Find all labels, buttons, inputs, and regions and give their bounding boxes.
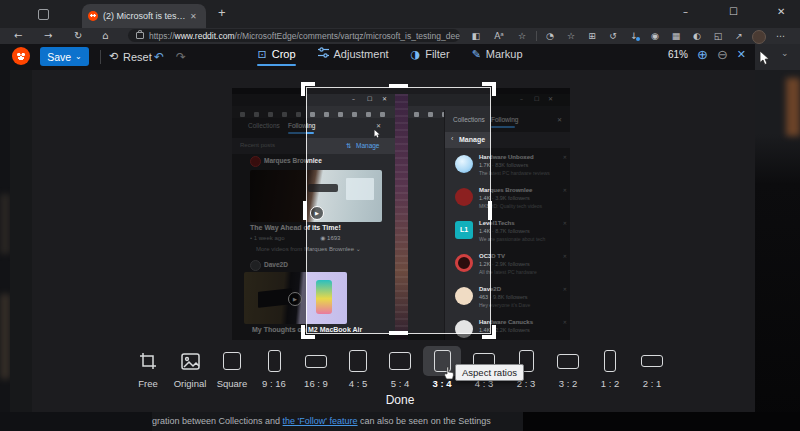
aspect-ratio-1-2[interactable]: 1 : 2 — [589, 346, 631, 389]
editor-tab-filter[interactable]: ◑Filter — [411, 47, 450, 66]
editor-tab-crop[interactable]: ⊡Crop — [257, 47, 295, 66]
markup-label: Markup — [486, 48, 523, 60]
hand-cursor — [443, 366, 455, 380]
home-icon[interactable]: ⌂ — [102, 28, 108, 44]
lock-icon — [136, 32, 144, 39]
ratio-label: Square — [217, 378, 248, 389]
crop-box[interactable] — [306, 87, 491, 334]
aspect-ratio-5-4[interactable]: 5 : 4 — [379, 346, 421, 389]
share-icon[interactable]: ↗ — [731, 28, 747, 44]
reddit-favicon — [88, 11, 98, 21]
canvas-left-shade — [10, 70, 32, 412]
browser-essentials-icon[interactable]: ◔ — [542, 28, 558, 44]
url-text: https://www.reddit.com/r/MicrosoftEdge/c… — [149, 31, 460, 41]
crop-icon: ⊡ — [257, 48, 266, 61]
editor-close-icon[interactable]: ✕ — [737, 48, 746, 61]
ratio-icon — [171, 346, 209, 376]
ratio-icon — [213, 346, 251, 376]
settings-menu-icon[interactable]: ⋯ — [776, 28, 785, 44]
page-bottom-strip: gration between Collections and the 'Fol… — [0, 412, 800, 431]
aspect-ratio-original[interactable]: Original — [169, 346, 211, 389]
crop-handle-top[interactable] — [389, 84, 408, 88]
page-left-sliver — [0, 44, 10, 431]
adjustment-label: Adjustment — [334, 48, 389, 60]
crop-dim-left — [232, 88, 306, 340]
filter-icon: ◑ — [411, 48, 421, 61]
editor-tab-adjustment[interactable]: Adjustment — [318, 47, 389, 66]
aspect-ratio-bar: FreeOriginalSquare9 : 1616 : 94 : 55 : 4… — [127, 346, 673, 389]
aspect-ratio-3-2[interactable]: 3 : 2 — [547, 346, 589, 389]
tab-actions-icon[interactable] — [38, 9, 49, 20]
collections-icon[interactable]: ⊞ — [584, 28, 600, 44]
aspect-ratio-2-1[interactable]: 2 : 1 — [631, 346, 673, 389]
window-maximize-button[interactable]: ☐ — [729, 6, 738, 17]
crop-handle-right[interactable] — [488, 201, 492, 220]
ratio-label: 5 : 4 — [391, 378, 410, 389]
page-chevron-icon: ⌄ — [781, 48, 789, 58]
split-screen-icon[interactable]: ◱ — [710, 28, 726, 44]
copilot-icon[interactable]: ◐ — [689, 28, 705, 44]
aspect-ratio-4-5[interactable]: 4 : 5 — [337, 346, 379, 389]
adjustment-icon — [318, 47, 329, 61]
page-body-text: gration between Collections and the 'Fol… — [152, 416, 491, 426]
editor-tabs: ⊡CropAdjustment◑Filter✎Markup — [0, 47, 780, 66]
zoom-in-icon[interactable]: ⊕ — [697, 47, 708, 62]
downloads-icon[interactable]: ↓ — [626, 28, 642, 44]
browser-tab[interactable]: (2) Microsoft is testing deeper in ✕ — [82, 4, 206, 28]
page-right-strip: ⌄ — [755, 44, 800, 431]
address-bar[interactable]: https://www.reddit.com/r/MicrosoftEdge/c… — [128, 29, 460, 42]
mouse-cursor-arrow — [759, 51, 770, 66]
read-aloud-icon[interactable]: Aᵃ — [491, 28, 507, 44]
ratio-icon — [129, 346, 167, 376]
ratio-icon — [591, 346, 629, 376]
aspect-ratio-free[interactable]: Free — [127, 346, 169, 389]
ratio-label: 2 : 1 — [643, 378, 662, 389]
history-icon[interactable]: ↺ — [605, 28, 621, 44]
ratio-label: 16 : 9 — [304, 378, 328, 389]
window-close-button[interactable]: ✕ — [777, 6, 785, 17]
split-tab-icon[interactable]: ◧ — [468, 28, 484, 44]
forward-icon[interactable]: → — [44, 28, 52, 44]
editor-zoom-controls: 61% ⊕ ⊖ ✕ — [668, 47, 746, 62]
browser-titlebar: (2) Microsoft is testing deeper in ✕ + –… — [0, 0, 800, 28]
filter-label: Filter — [425, 48, 449, 60]
add-favorite-icon[interactable]: ☆ — [514, 28, 530, 44]
aspect-ratio-16-9[interactable]: 16 : 9 — [295, 346, 337, 389]
ratio-icon — [633, 346, 671, 376]
crop-handle-left[interactable] — [303, 201, 307, 220]
zoom-out-icon[interactable]: ⊖ — [717, 47, 728, 62]
refresh-icon[interactable]: ↻ — [74, 28, 82, 44]
screen: (2) Microsoft is testing deeper in ✕ + –… — [0, 0, 800, 431]
crop-handle-bottom-right[interactable] — [482, 325, 496, 339]
new-tab-button[interactable]: + — [218, 5, 226, 20]
favorites-icon[interactable]: ☆ — [563, 28, 579, 44]
crop-label: Crop — [272, 48, 296, 60]
aspect-ratio-square[interactable]: Square — [211, 346, 253, 389]
ratio-label: Free — [138, 378, 158, 389]
crop-handle-top-left[interactable] — [301, 82, 315, 96]
aspect-ratio-9-16[interactable]: 9 : 16 — [253, 346, 295, 389]
ratio-icon — [381, 346, 419, 376]
ratio-label: 1 : 2 — [601, 378, 620, 389]
tab-close-icon[interactable]: ✕ — [190, 12, 197, 21]
ratio-label: 4 : 5 — [349, 378, 368, 389]
crop-handle-bottom-left[interactable] — [301, 325, 315, 339]
profile-avatar[interactable] — [752, 30, 766, 44]
back-icon[interactable]: ← — [14, 28, 22, 44]
toolbar-divider — [536, 31, 537, 41]
crop-handle-bottom[interactable] — [389, 331, 408, 335]
window-minimize-button[interactable]: – — [683, 6, 688, 17]
ratio-label: 3 : 2 — [559, 378, 578, 389]
crop-handle-top-right[interactable] — [482, 82, 496, 96]
editor-tab-markup[interactable]: ✎Markup — [472, 47, 523, 66]
done-button[interactable]: Done — [0, 393, 800, 407]
aspect-ratios-tooltip: Aspect ratios — [455, 364, 524, 381]
apps-icon[interactable]: ▦ — [668, 28, 684, 44]
ratio-icon — [549, 346, 587, 376]
ratio-icon — [339, 346, 377, 376]
ratio-label: Original — [174, 378, 207, 389]
zoom-level: 61% — [668, 49, 688, 60]
follow-feature-link[interactable]: the 'Follow' feature — [283, 416, 358, 426]
ratio-label: 9 : 16 — [262, 378, 286, 389]
shield-icon[interactable]: ◉ — [647, 28, 663, 44]
